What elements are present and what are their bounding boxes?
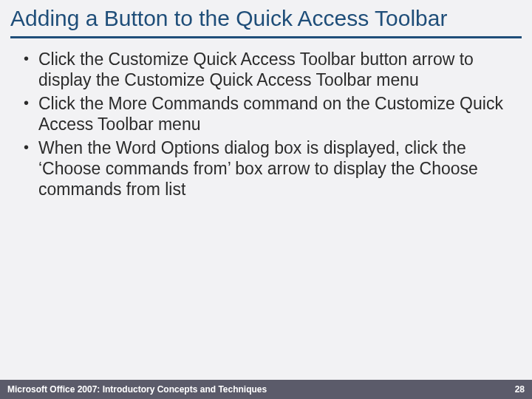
list-item: Click the Customize Quick Access Toolbar… [21, 49, 511, 90]
list-item: When the Word Options dialog box is disp… [21, 137, 511, 200]
footer-bar: Microsoft Office 2007: Introductory Conc… [0, 380, 532, 399]
list-item: Click the More Commands command on the C… [21, 93, 511, 134]
body-block: Click the Customize Quick Access Toolbar… [0, 38, 532, 200]
title-block: Adding a Button to the Quick Access Tool… [0, 0, 532, 38]
slide-title: Adding a Button to the Quick Access Tool… [10, 6, 522, 32]
bullet-list: Click the Customize Quick Access Toolbar… [21, 49, 511, 200]
page-number: 28 [515, 384, 525, 395]
slide: Adding a Button to the Quick Access Tool… [0, 0, 532, 399]
footer-text: Microsoft Office 2007: Introductory Conc… [7, 384, 267, 395]
